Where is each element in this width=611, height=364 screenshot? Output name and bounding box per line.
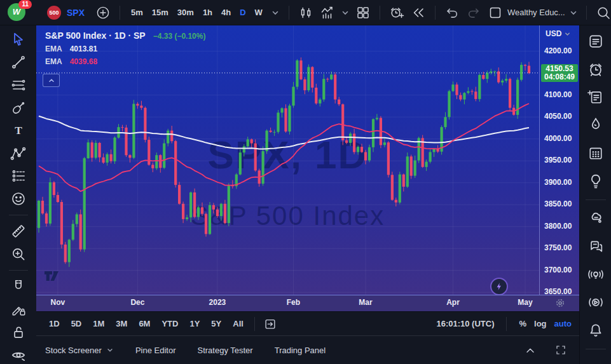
redo-button[interactable]: [464, 3, 483, 22]
chart-style-button[interactable]: [296, 3, 315, 22]
divider: [586, 199, 606, 200]
brush-tool-button[interactable]: [10, 99, 27, 117]
trend-line-tool-button[interactable]: [10, 53, 27, 71]
range-1m[interactable]: 1M: [88, 316, 109, 331]
drawing-mode-lock-button[interactable]: [10, 300, 27, 318]
layout-menu-button[interactable]: [568, 3, 579, 22]
minds-button[interactable]: [586, 209, 605, 228]
notifications-button[interactable]: [586, 321, 605, 340]
magnet-mode-button[interactable]: [10, 278, 27, 295]
last-price-value: 4150.53: [541, 65, 578, 73]
fib-retracement-tool-button[interactable]: [10, 76, 27, 94]
indicator-label: EMA: [45, 44, 62, 53]
live-broadcast-button[interactable]: [586, 293, 605, 312]
panel-tab-trading-panel[interactable]: Trading Panel: [275, 346, 326, 355]
indicator-row[interactable]: EMA 4013.81: [45, 44, 205, 53]
range-5y[interactable]: 5Y: [206, 316, 226, 331]
create-alert-button[interactable]: [387, 3, 406, 22]
indicators-button[interactable]: [318, 3, 337, 22]
zoom-in-tool-button[interactable]: [10, 245, 27, 263]
quick-action-button[interactable]: [490, 278, 508, 295]
fullscreen-button[interactable]: [551, 340, 570, 360]
timeframe-switcher: 5m15m30m1h4hDW: [127, 5, 266, 20]
panel-tab-strategy-tester[interactable]: Strategy Tester: [197, 346, 252, 355]
symbol-logo-icon: 500: [47, 6, 61, 20]
ideas-button[interactable]: [586, 172, 605, 191]
timeframe-menu-button[interactable]: [269, 3, 282, 22]
time-axis-label: Mar: [359, 298, 372, 307]
zoom-in-icon: [10, 246, 27, 262]
watchlist-button[interactable]: [586, 32, 605, 51]
chart-settings-button[interactable]: [554, 297, 566, 309]
pattern-tool-button[interactable]: [10, 145, 27, 163]
range-toolbar: 1D5D1M3M6MYTD1Y5YAll 16:01:10 (UTC) % lo…: [36, 311, 579, 335]
timeframe-30m[interactable]: 30m: [174, 5, 198, 20]
range-3m[interactable]: 3M: [111, 316, 132, 331]
timeframe-4h[interactable]: 4h: [217, 5, 235, 20]
currency-selector[interactable]: USD: [546, 29, 571, 38]
indicators-menu-button[interactable]: [340, 3, 351, 22]
app-logo[interactable]: W 11: [8, 3, 28, 22]
forecast-tool-button[interactable]: [10, 168, 27, 185]
log-scale-button[interactable]: log: [534, 319, 547, 328]
symbol-title[interactable]: S&P 500 Index · 1D · SP: [45, 30, 146, 41]
timeframe-15m[interactable]: 15m: [148, 5, 172, 20]
divider: [254, 317, 255, 331]
time-axis[interactable]: NovDec2023FebMarAprMay: [36, 295, 579, 311]
range-ytd[interactable]: YTD: [156, 316, 183, 331]
tradingview-logo[interactable]: [44, 271, 65, 283]
compare-add-symbol-button[interactable]: [93, 3, 113, 22]
chart-pane[interactable]: SPX, 1D S&P 500 Index S&P 500 Index · 1D…: [36, 25, 579, 295]
legend-collapse-button[interactable]: [43, 74, 60, 87]
text-icon: T: [10, 123, 27, 139]
cursor-tool-button[interactable]: [10, 30, 27, 48]
timeframe-w[interactable]: W: [251, 5, 266, 20]
server-clock[interactable]: 16:01:10 (UTC): [436, 319, 494, 328]
range-1y[interactable]: 1Y: [184, 316, 205, 331]
chats-button[interactable]: [586, 237, 605, 256]
fullscreen-icon: [555, 344, 566, 356]
range-5d[interactable]: 5D: [66, 316, 87, 331]
layout-name[interactable]: Wealthy Educ...: [507, 8, 565, 17]
hide-all-drawings-button[interactable]: [10, 346, 27, 364]
hotlists-button[interactable]: [586, 116, 605, 135]
text-tool-button[interactable]: T: [10, 122, 27, 140]
price-axis-tick: 3850.00: [544, 199, 572, 208]
timeframe-d[interactable]: D: [236, 5, 249, 20]
divider: [506, 317, 507, 331]
brush-icon: [10, 100, 27, 116]
undo-button[interactable]: [443, 3, 462, 22]
panel-tab-stock-screener[interactable]: Stock Screener: [45, 346, 114, 355]
bar-replay-button[interactable]: [409, 3, 428, 22]
economic-calendar-button[interactable]: [586, 144, 605, 163]
last-price-badge: 4150.53 04:08:49: [541, 64, 578, 82]
streams-button[interactable]: [586, 265, 605, 284]
divider: [9, 270, 28, 271]
notes-plus-icon: [587, 88, 605, 106]
news-flow-button[interactable]: [586, 88, 605, 107]
range-6m[interactable]: 6M: [134, 316, 155, 331]
save-layout-button[interactable]: [486, 3, 505, 22]
symbol-button[interactable]: SPX: [67, 8, 85, 18]
emoji-tool-button[interactable]: [10, 190, 27, 208]
timeframe-1h[interactable]: 1h: [199, 5, 216, 20]
indicator-row[interactable]: EMA 4039.68: [45, 57, 205, 66]
range-all[interactable]: All: [228, 316, 249, 331]
panel-expand-button[interactable]: [521, 340, 540, 360]
alerts-button[interactable]: [586, 60, 605, 79]
measure-tool-button[interactable]: [10, 222, 27, 240]
divider: [120, 6, 120, 20]
timeframe-5m[interactable]: 5m: [127, 5, 147, 20]
go-to-date-button[interactable]: [261, 314, 280, 334]
search-button[interactable]: [594, 3, 611, 22]
layout-grid-button[interactable]: [354, 3, 373, 22]
indicator-value: 4013.81: [70, 44, 97, 53]
lock-all-drawings-button[interactable]: [10, 323, 27, 341]
percent-scale-button[interactable]: %: [519, 319, 526, 328]
currency-label: USD: [546, 29, 561, 38]
range-1d[interactable]: 1D: [44, 316, 65, 331]
divider: [586, 6, 587, 20]
panel-tab-pine-editor[interactable]: Pine Editor: [135, 346, 176, 355]
auto-scale-button[interactable]: auto: [554, 319, 572, 328]
price-axis[interactable]: USD 4150.53 04:08:49 4200.004100.004050.…: [539, 25, 579, 295]
